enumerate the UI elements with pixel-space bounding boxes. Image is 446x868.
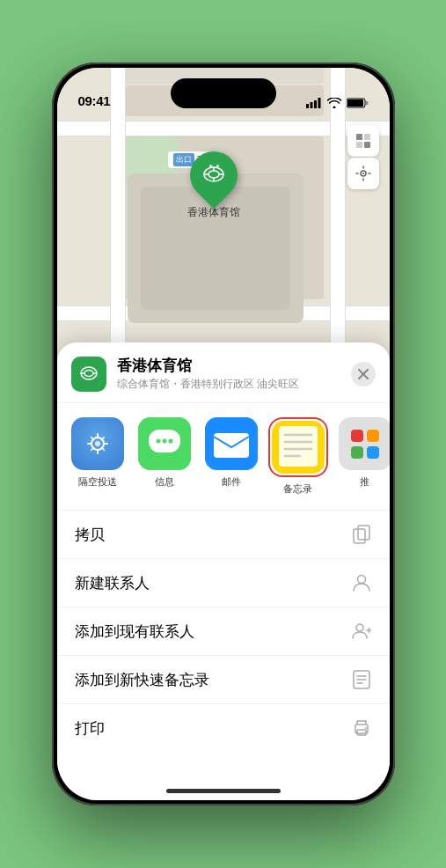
mail-icon bbox=[205, 417, 258, 470]
svg-point-34 bbox=[162, 439, 166, 444]
notes-label: 备忘录 bbox=[283, 482, 312, 496]
svg-rect-20 bbox=[364, 142, 370, 148]
svg-rect-1 bbox=[310, 102, 312, 108]
action-item-new-contact[interactable]: 新建联系人 bbox=[57, 558, 390, 607]
svg-rect-55 bbox=[357, 730, 366, 735]
action-items-list: 拷贝 新建联系人 bbox=[57, 510, 390, 752]
location-button[interactable] bbox=[347, 158, 379, 189]
battery-icon bbox=[347, 98, 369, 108]
new-contact-icon bbox=[351, 572, 372, 593]
svg-rect-2 bbox=[314, 100, 317, 108]
signal-icon bbox=[306, 98, 322, 108]
svg-rect-3 bbox=[318, 98, 320, 108]
wifi-icon bbox=[327, 98, 341, 108]
notes-highlight bbox=[268, 417, 328, 477]
map-type-button[interactable] bbox=[347, 125, 379, 157]
action-item-add-contact[interactable]: 添加到现有联系人 bbox=[57, 607, 390, 655]
status-time: 09:41 bbox=[78, 93, 111, 108]
action-app-mail[interactable]: 邮件 bbox=[205, 417, 258, 489]
print-label: 打印 bbox=[75, 718, 105, 739]
venue-icon bbox=[71, 357, 106, 392]
svg-rect-6 bbox=[366, 101, 369, 105]
new-contact-label: 新建联系人 bbox=[75, 573, 150, 593]
map-controls bbox=[347, 125, 379, 189]
action-apps-row: 隔空投送 信息 bbox=[57, 403, 390, 510]
action-item-quick-note[interactable]: 添加到新快速备忘录 bbox=[57, 655, 390, 703]
svg-point-8 bbox=[208, 171, 219, 178]
action-app-more[interactable]: 推 bbox=[339, 417, 390, 489]
notes-icon bbox=[272, 421, 325, 474]
action-app-notes[interactable]: 备忘录 bbox=[272, 417, 325, 496]
sheet-close-button[interactable] bbox=[351, 362, 376, 386]
svg-point-46 bbox=[357, 576, 365, 584]
svg-point-22 bbox=[362, 173, 364, 174]
location-pin: 香港体育馆 bbox=[187, 151, 240, 220]
phone-screen: 09:41 bbox=[57, 68, 390, 800]
airdrop-label: 隔空投送 bbox=[78, 475, 117, 489]
svg-point-24 bbox=[84, 371, 93, 377]
bottom-sheet: 香港体育馆 综合体育馆・香港特别行政区 油尖旺区 bbox=[57, 342, 390, 800]
svg-rect-17 bbox=[356, 134, 362, 140]
svg-rect-37 bbox=[214, 433, 249, 458]
svg-rect-45 bbox=[354, 529, 365, 543]
airdrop-icon bbox=[71, 417, 124, 470]
add-contact-label: 添加到现有联系人 bbox=[75, 622, 194, 642]
svg-point-56 bbox=[365, 727, 367, 729]
action-item-copy[interactable]: 拷贝 bbox=[57, 510, 390, 558]
copy-icon bbox=[351, 524, 372, 545]
home-indicator bbox=[166, 789, 281, 793]
add-contact-icon bbox=[351, 621, 372, 642]
svg-point-47 bbox=[356, 624, 363, 631]
quick-note-icon bbox=[351, 669, 372, 690]
phone-frame: 09:41 bbox=[52, 63, 395, 805]
copy-label: 拷贝 bbox=[75, 525, 105, 545]
more-label: 推 bbox=[360, 475, 369, 489]
messages-icon bbox=[138, 417, 191, 470]
action-app-messages[interactable]: 信息 bbox=[138, 417, 191, 489]
svg-rect-19 bbox=[356, 142, 362, 148]
sheet-title-block: 香港体育馆 综合体育馆・香港特别行政区 油尖旺区 bbox=[117, 357, 351, 392]
print-icon bbox=[351, 717, 372, 739]
svg-point-30 bbox=[95, 441, 100, 446]
sheet-header: 香港体育馆 综合体育馆・香港特别行政区 油尖旺区 bbox=[57, 342, 390, 403]
svg-rect-18 bbox=[364, 134, 370, 140]
action-app-airdrop[interactable]: 隔空投送 bbox=[71, 417, 124, 489]
sheet-title: 香港体育馆 bbox=[117, 357, 351, 376]
quick-note-label: 添加到新快速备忘录 bbox=[75, 670, 209, 690]
action-item-print[interactable]: 打印 bbox=[57, 703, 390, 752]
sheet-subtitle: 综合体育馆・香港特别行政区 油尖旺区 bbox=[117, 377, 351, 392]
svg-rect-0 bbox=[306, 104, 309, 108]
messages-label: 信息 bbox=[155, 475, 174, 489]
svg-point-33 bbox=[156, 439, 160, 444]
svg-rect-39 bbox=[279, 426, 318, 467]
svg-rect-5 bbox=[347, 99, 363, 107]
mail-label: 邮件 bbox=[222, 475, 241, 489]
svg-point-35 bbox=[168, 439, 172, 444]
svg-rect-44 bbox=[358, 526, 369, 540]
status-icons bbox=[306, 98, 369, 108]
dynamic-island bbox=[171, 78, 276, 108]
more-icon bbox=[339, 417, 390, 470]
